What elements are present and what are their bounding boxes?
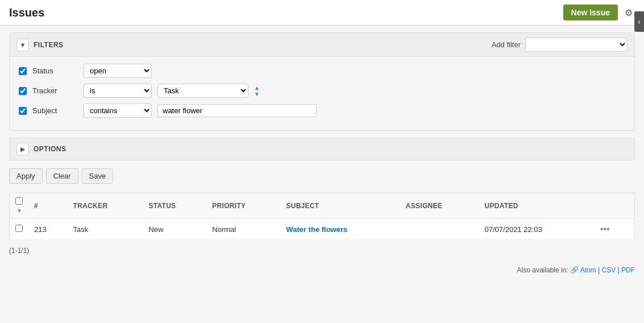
- filter-row-subject: Subject contains does not contain is: [19, 103, 625, 118]
- main-content: ▼ FILTERS Add filter Status open closed …: [0, 26, 644, 323]
- subject-operator-select[interactable]: contains does not contain is: [84, 103, 152, 118]
- row-status: New: [143, 219, 206, 240]
- filters-header: ▼ FILTERS Add filter: [10, 33, 634, 57]
- issues-table: ▼ # TRACKER STATUS PRIORITY SUBJECT ASSI…: [9, 193, 635, 240]
- separator-1: |: [598, 266, 600, 274]
- th-priority: PRIORITY: [206, 193, 280, 219]
- chevron-left-icon: ‹: [638, 17, 641, 26]
- filters-title: FILTERS: [34, 41, 64, 49]
- sidebar-toggle-button[interactable]: ‹: [634, 11, 644, 32]
- filter-row-status: Status open closed any: [19, 64, 625, 78]
- th-select-all: ▼: [10, 193, 29, 219]
- th-subject: SUBJECT: [280, 193, 400, 219]
- table-header: ▼ # TRACKER STATUS PRIORITY SUBJECT ASSI…: [10, 193, 635, 219]
- clear-button[interactable]: Clear: [46, 168, 78, 184]
- page-title: Issues: [9, 6, 44, 19]
- pagination-text: (1-1/1): [9, 247, 29, 255]
- page-header: Issues New Issue ⚙: [0, 0, 644, 26]
- new-issue-button[interactable]: New Issue: [563, 5, 618, 20]
- subject-value-input[interactable]: [157, 104, 317, 117]
- table-header-row: ▼ # TRACKER STATUS PRIORITY SUBJECT ASSI…: [10, 193, 635, 219]
- sort-down-icon: ▼: [254, 91, 260, 97]
- save-button[interactable]: Save: [82, 168, 114, 184]
- filters-section: ▼ FILTERS Add filter Status open closed …: [9, 32, 635, 131]
- row-checkbox-cell: [10, 219, 29, 240]
- filters-body: Status open closed any Tracker is is not…: [10, 57, 634, 130]
- th-id: #: [28, 193, 68, 219]
- row-updated: 07/07/2021 22:03: [479, 219, 592, 240]
- row-priority: Normal: [206, 219, 280, 240]
- apply-button[interactable]: Apply: [9, 168, 43, 184]
- pdf-link[interactable]: PDF: [621, 266, 635, 274]
- th-updated: UPDATED: [479, 193, 592, 219]
- tracker-filter-label: Tracker: [32, 86, 78, 95]
- status-operator-select[interactable]: open closed any: [84, 64, 152, 78]
- filters-collapse-button[interactable]: ▼: [16, 39, 29, 51]
- status-filter-label: Status: [32, 67, 78, 75]
- th-tracker: TRACKER: [68, 193, 143, 219]
- row-tracker: Task: [68, 219, 143, 240]
- table-body: 213 Task New Normal Water the flowers 07…: [10, 219, 635, 240]
- filter-row-tracker: Tracker is is not Task Bug Feature ▲ ▼: [19, 84, 625, 98]
- subject-filter-checkbox[interactable]: [19, 107, 27, 115]
- header-actions: New Issue ⚙: [563, 5, 635, 20]
- table-row: 213 Task New Normal Water the flowers 07…: [10, 219, 635, 240]
- available-as: Also available in: 🔗 Atom | CSV | PDF: [9, 266, 635, 274]
- filters-title-row: ▼ FILTERS: [16, 39, 64, 51]
- subject-filter-label: Subject: [32, 106, 78, 115]
- row-subject-link[interactable]: Water the flowers: [286, 225, 347, 234]
- gear-icon: ⚙: [625, 8, 633, 18]
- row-assignee: [400, 219, 479, 240]
- atom-link[interactable]: Atom: [580, 266, 596, 274]
- th-status: STATUS: [143, 193, 206, 219]
- collapse-icon: ▼: [20, 42, 26, 48]
- tracker-sort-arrows[interactable]: ▲ ▼: [254, 85, 260, 97]
- expand-icon: ▶: [20, 146, 25, 153]
- tracker-value-select[interactable]: Task Bug Feature: [157, 84, 248, 98]
- options-title: OPTIONS: [34, 145, 67, 153]
- th-assignee: ASSIGNEE: [400, 193, 479, 219]
- pagination-row: (1-1/1): [9, 247, 635, 255]
- add-filter-label: Add filter: [492, 40, 521, 49]
- row-more-cell: •••: [592, 219, 635, 240]
- status-filter-checkbox[interactable]: [19, 67, 27, 75]
- tracker-filter-checkbox[interactable]: [19, 87, 27, 95]
- add-filter-row: Add filter: [492, 38, 628, 52]
- csv-link[interactable]: CSV: [602, 266, 616, 274]
- options-header: ▶ OPTIONS: [10, 138, 634, 160]
- row-checkbox[interactable]: [15, 225, 23, 232]
- separator-2: |: [618, 266, 620, 274]
- options-section: ▶ OPTIONS: [9, 138, 635, 160]
- settings-button[interactable]: ⚙: [622, 5, 635, 20]
- options-expand-button[interactable]: ▶: [16, 143, 29, 155]
- row-subject: Water the flowers: [280, 219, 400, 240]
- actions-row: Apply Clear Save: [9, 168, 635, 184]
- atom-icon: 🔗: [570, 266, 579, 274]
- available-as-label: Also available in:: [517, 266, 568, 274]
- row-id: 213: [28, 219, 68, 240]
- sort-up-icon: ▲: [254, 85, 260, 91]
- sort-toggle-icon[interactable]: ▼: [16, 208, 22, 214]
- add-filter-select[interactable]: [525, 38, 628, 52]
- row-more-button[interactable]: •••: [598, 224, 612, 234]
- select-all-checkbox[interactable]: [15, 197, 23, 205]
- tracker-operator-select[interactable]: is is not: [84, 84, 152, 98]
- th-actions: [592, 193, 635, 219]
